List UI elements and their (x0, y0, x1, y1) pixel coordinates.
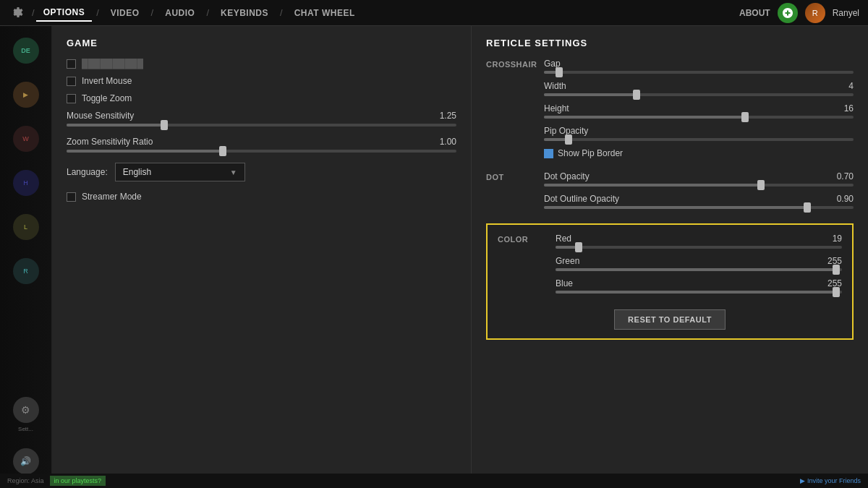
red-thumb[interactable] (575, 242, 582, 252)
blue-thumb[interactable] (833, 287, 840, 297)
height-fill (544, 116, 745, 119)
options-panel: GAME ██████████ Invert Mouse Toggle Zoom… (52, 26, 472, 488)
pip-opacity-row: Pip Opacity (544, 126, 854, 141)
width-value: 4 (848, 81, 854, 91)
nav-sep-4: / (280, 7, 283, 18)
about-link[interactable]: ABOUT (739, 8, 770, 18)
sidebar-item-her[interactable]: H (0, 164, 51, 204)
gap-thumb[interactable] (556, 67, 563, 77)
checkbox-invert-mouse[interactable] (67, 77, 76, 86)
playtests-button[interactable]: in our playtests? (50, 476, 106, 486)
dot-outline-opacity-track[interactable] (544, 206, 854, 209)
checkbox-row-invert-mouse: Invert Mouse (67, 76, 456, 86)
sidebar-item-lea[interactable]: L (0, 208, 51, 248)
dot-opacity-row: Dot Opacity 0.70 (544, 171, 854, 187)
blue-fill (556, 291, 836, 294)
zoom-sensitivity-fill (67, 150, 223, 153)
color-section: COLOR Red 19 (486, 223, 854, 340)
height-label: Height (544, 103, 569, 114)
status-bar: Region: Asia in our playtests? ▶ Invite … (0, 474, 868, 488)
red-value: 19 (833, 234, 842, 244)
width-track[interactable] (544, 93, 854, 96)
left-sidebar: DE ▶ W H L R ⚙ Sett... 🔊 (0, 26, 52, 488)
blue-track[interactable] (556, 291, 842, 294)
nav-sep-2: / (151, 7, 154, 18)
width-thumb[interactable] (633, 90, 640, 100)
crosshair-section: CROSSHAIR Gap Width (486, 59, 854, 164)
tab-video[interactable]: VIDEO (103, 5, 147, 21)
language-label: Language: (67, 167, 108, 177)
height-thumb[interactable] (741, 112, 749, 122)
user-name: Ranyel (833, 8, 859, 18)
mouse-sensitivity-value: 1.25 (440, 111, 456, 121)
zoom-sensitivity-label: Zoom Sensitivity Ratio (67, 137, 153, 147)
height-row: Height 16 (544, 103, 854, 119)
dot-outline-opacity-fill (544, 206, 807, 209)
avatar: R (805, 3, 825, 23)
pip-opacity-thumb[interactable] (565, 134, 572, 145)
green-thumb[interactable] (833, 265, 840, 275)
mouse-sensitivity-track[interactable] (67, 124, 456, 127)
invert-mouse-label: Invert Mouse (82, 76, 132, 86)
checkbox-row-hidden: ██████████ (67, 59, 456, 69)
nav-sep-3: / (206, 7, 209, 18)
language-select[interactable]: English ▼ (115, 163, 245, 181)
checkbox-row-toggle-zoom: Toggle Zoom (67, 93, 456, 103)
language-value: English (123, 167, 151, 177)
sidebar-item-de[interactable]: DE (0, 32, 51, 72)
sidebar-item-settings[interactable]: ⚙ Sett... (0, 391, 51, 438)
dot-outline-opacity-thumb[interactable] (804, 202, 811, 213)
nav-sep-0: / (32, 7, 35, 18)
show-pip-border-label: Show Pip Border (558, 148, 623, 158)
red-track[interactable] (556, 246, 842, 249)
dot-opacity-track[interactable] (544, 184, 854, 187)
green-label: Green (556, 256, 579, 266)
mouse-sensitivity-row: Mouse Sensitivity 1.25 (67, 111, 456, 127)
nav-sep-1: / (96, 7, 99, 18)
dot-opacity-label: Dot Opacity (544, 171, 590, 181)
height-track[interactable] (544, 116, 854, 119)
tab-keybinds[interactable]: KEYBINDS (213, 5, 276, 21)
red-label: Red (556, 234, 571, 244)
gear-icon (9, 5, 25, 21)
tab-chatwheel[interactable]: CHAT WHEEL (287, 5, 362, 21)
crosshair-label: CROSSHAIR (486, 59, 544, 164)
mouse-sensitivity-fill (67, 124, 164, 127)
checkbox-hidden[interactable] (67, 59, 76, 69)
tab-options[interactable]: OPTIONS (36, 4, 93, 22)
checkbox-streamer-mode[interactable] (67, 192, 76, 202)
dot-opacity-thumb[interactable] (757, 180, 765, 190)
zoom-sensitivity-thumb[interactable] (219, 146, 226, 156)
checkbox-show-pip-border[interactable] (544, 149, 553, 158)
main-content: DE ▶ W H L R ⚙ Sett... 🔊 GAME ███ (0, 26, 868, 488)
blue-label: Blue (556, 278, 573, 288)
green-track[interactable] (556, 268, 842, 271)
reticle-section-title: RETICLE SETTINGS (486, 38, 854, 48)
green-row: Green 255 (556, 256, 842, 271)
dot-opacity-fill (544, 184, 761, 187)
zoom-sensitivity-row: Zoom Sensitivity Ratio 1.00 (67, 137, 456, 153)
zoom-sensitivity-track[interactable] (67, 150, 456, 153)
checkbox-toggle-zoom[interactable] (67, 94, 76, 103)
width-row: Width 4 (544, 81, 854, 96)
dot-outline-opacity-label: Dot Outline Opacity (544, 194, 619, 204)
sidebar-item-play[interactable]: ▶ (0, 76, 51, 116)
gap-track[interactable] (544, 71, 854, 74)
sidebar-item-war[interactable]: W (0, 120, 51, 160)
show-pip-border-row: Show Pip Border (544, 148, 854, 158)
chevron-down-icon: ▼ (230, 168, 237, 176)
top-bar-right: ABOUT R Ranyel (739, 3, 859, 23)
pip-opacity-track[interactable] (544, 138, 854, 141)
sidebar-item-res[interactable]: R (0, 252, 51, 292)
toggle-zoom-label: Toggle Zoom (82, 93, 132, 103)
tab-audio[interactable]: AUDIO (158, 5, 202, 21)
invite-friends-link[interactable]: ▶ Invite your Friends (800, 477, 861, 484)
region-text: Region: Asia (7, 477, 44, 484)
hidden-label: ██████████ (82, 59, 143, 69)
green-fill (556, 268, 836, 271)
language-row: Language: English ▼ (67, 163, 456, 181)
reticle-panel: RETICLE SETTINGS CROSSHAIR Gap (472, 26, 868, 488)
mouse-sensitivity-thumb[interactable] (161, 120, 168, 130)
reset-to-default-button[interactable]: RESET TO DEFAULT (614, 309, 726, 330)
dot-label: DOT (486, 171, 544, 216)
